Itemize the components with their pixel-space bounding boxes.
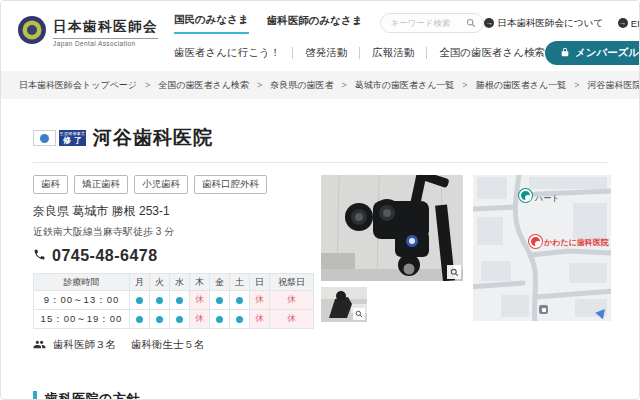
schedule-header-cell-3: 水 bbox=[170, 274, 190, 291]
header-tab-0[interactable]: 国民のみなさま bbox=[174, 13, 249, 34]
clinic-detail-columns: 歯科矯正歯科小児歯科歯科口腔外科 奈良県 葛城市 勝根 253-1 近鉄南大阪線… bbox=[33, 175, 607, 352]
logo-title: 日本歯科医師会 bbox=[53, 18, 158, 36]
schedule-time-1: 15：00～19：00 bbox=[34, 310, 130, 329]
schedule-row-0: 9：00～13：00休休休 bbox=[34, 291, 314, 310]
photo-zoom-icon[interactable] bbox=[447, 265, 461, 279]
header-top-row: 国民のみなさま歯科医師のみなさま →日本歯科医師会について→ENGLISH bbox=[174, 10, 623, 36]
clinic-photo-thumbnail[interactable] bbox=[321, 287, 367, 322]
schedule-cell-closed: 休 bbox=[270, 310, 314, 329]
emblem-circle-icon bbox=[40, 134, 49, 143]
open-dot-icon bbox=[216, 297, 223, 304]
header-tabs: 国民のみなさま歯科医師のみなさま bbox=[174, 13, 380, 34]
clinic-name: 河谷歯科医院 bbox=[93, 125, 213, 151]
location-map[interactable]: ハート かわたに歯科医院 bbox=[473, 175, 611, 321]
breadcrumb-separator: > bbox=[462, 80, 467, 90]
schedule-cell-open bbox=[230, 291, 250, 310]
header-right: 国民のみなさま歯科医師のみなさま →日本歯科医師会について→ENGLISH 歯医… bbox=[174, 10, 623, 65]
site-header: 日本歯科医師会 Japan Dental Association 国民のみなさま… bbox=[1, 1, 639, 71]
map-destination-label[interactable]: かわたに歯科医院 bbox=[544, 237, 609, 248]
schedule-cell-closed: 休 bbox=[250, 291, 270, 310]
site-logo[interactable]: 日本歯科医師会 Japan Dental Association bbox=[17, 15, 158, 49]
breadcrumb-item-3[interactable]: 葛城市の歯医者さん一覧 bbox=[355, 79, 455, 92]
breadcrumb-item-2[interactable]: 奈良県の歯医者 bbox=[270, 79, 333, 92]
open-dot-icon bbox=[156, 297, 163, 304]
department-tags: 歯科矯正歯科小児歯科歯科口腔外科 bbox=[33, 175, 311, 194]
search-input[interactable] bbox=[388, 17, 466, 29]
training-certificate-badge: 生涯研修事業 修了 bbox=[59, 130, 86, 146]
nav-item-3[interactable]: 全国の歯医者さん検索 bbox=[439, 46, 545, 60]
schedule-cell-closed: 休 bbox=[190, 291, 210, 310]
keyword-search-box[interactable] bbox=[380, 13, 484, 33]
search-icon[interactable] bbox=[466, 14, 476, 32]
open-dot-icon bbox=[216, 316, 223, 323]
clinic-phone: 0745-48-6478 bbox=[33, 247, 311, 265]
open-dot-icon bbox=[236, 316, 243, 323]
schedule-row-1: 15：00～19：00休休休 bbox=[34, 310, 314, 329]
schedule-cell-closed: 休 bbox=[270, 291, 314, 310]
breadcrumb-item-0[interactable]: 日本歯科医師会トップページ bbox=[19, 79, 137, 92]
schedule-cell-open bbox=[210, 310, 230, 329]
clinic-photo-main[interactable] bbox=[321, 175, 463, 281]
schedule-header-row: 診療時間月火水木金土日祝祭日 bbox=[34, 274, 314, 291]
thumbnail-zoom-icon[interactable] bbox=[353, 308, 365, 320]
breadcrumb-item-5: 河谷歯科医院 bbox=[588, 79, 639, 92]
main-content: 生涯研修事業 修了 河谷歯科医院 歯科矯正歯科小児歯科歯科口腔外科 奈良県 葛城… bbox=[1, 125, 639, 352]
breadcrumb-separator: > bbox=[145, 80, 150, 90]
schedule-header-cell-5: 金 bbox=[210, 274, 230, 291]
members-room-label: メンバーズルーム bbox=[575, 46, 640, 60]
department-tag-2: 小児歯科 bbox=[134, 175, 188, 194]
map-place-label[interactable]: ハート bbox=[535, 193, 559, 204]
map-destination-marker-icon[interactable] bbox=[529, 235, 542, 248]
logo-text: 日本歯科医師会 Japan Dental Association bbox=[53, 18, 158, 47]
breadcrumb-item-1[interactable]: 全国の歯医者さん検索 bbox=[158, 79, 249, 92]
staff-info: 歯科医師３名歯科衛生士５名 bbox=[33, 338, 311, 352]
staff-count-1: 歯科衛生士５名 bbox=[131, 338, 205, 352]
schedule-time-0: 9：00～13：00 bbox=[34, 291, 130, 310]
clinic-access: 近鉄南大阪線当麻寺駅徒歩 3 分 bbox=[33, 225, 311, 239]
schedule-cell-open bbox=[210, 291, 230, 310]
breadcrumb: 日本歯科医師会トップページ>全国の歯医者さん検索>奈良県の歯医者>葛城市の歯医者… bbox=[1, 71, 639, 99]
title-divider bbox=[33, 162, 607, 163]
schedule-cell-open bbox=[150, 291, 170, 310]
clinic-photos-column bbox=[321, 175, 463, 352]
clinic-info-column: 歯科矯正歯科小児歯科歯科口腔外科 奈良県 葛城市 勝根 253-1 近鉄南大阪線… bbox=[33, 175, 311, 352]
nav-separator bbox=[359, 47, 360, 59]
phone-icon bbox=[33, 247, 46, 265]
department-tag-1: 矯正歯科 bbox=[74, 175, 128, 194]
section-accent-bar bbox=[33, 391, 37, 400]
schedule-cell-open bbox=[150, 310, 170, 329]
utility-link-0[interactable]: →日本歯科医師会について bbox=[484, 17, 602, 30]
utility-links: →日本歯科医師会について→ENGLISH bbox=[484, 17, 640, 30]
map-place-marker-icon[interactable] bbox=[519, 189, 532, 202]
open-dot-icon bbox=[156, 316, 163, 323]
circle-arrow-icon: → bbox=[484, 18, 494, 28]
schedule-header-cell-0: 診療時間 bbox=[34, 274, 130, 291]
nav-separator bbox=[426, 47, 427, 59]
breadcrumb-separator: > bbox=[341, 80, 346, 90]
schedule-body: 9：00～13：00休休休15：00～19：00休休休 bbox=[34, 291, 314, 329]
policy-section: 歯科医院の方針 bbox=[1, 390, 639, 400]
schedule-cell-open bbox=[130, 310, 150, 329]
schedule-cell-closed: 休 bbox=[250, 310, 270, 329]
header-nav-row: 歯医者さんに行こう！啓発活動広報活動全国の歯医者さん検索 メンバーズルーム bbox=[174, 41, 623, 65]
nav-item-2[interactable]: 広報活動 bbox=[372, 46, 414, 60]
breadcrumb-separator: > bbox=[257, 80, 262, 90]
nav-item-0[interactable]: 歯医者さんに行こう！ bbox=[174, 46, 280, 60]
schedule-header-cell-4: 木 bbox=[190, 274, 210, 291]
schedule-header-cell-2: 火 bbox=[150, 274, 170, 291]
lock-icon bbox=[560, 47, 570, 59]
schedule-cell-open bbox=[130, 291, 150, 310]
bus-stop-icon bbox=[539, 305, 548, 314]
schedule-header-cell-7: 日 bbox=[250, 274, 270, 291]
utility-link-1[interactable]: →ENGLISH bbox=[618, 18, 640, 29]
open-dot-icon bbox=[236, 297, 243, 304]
members-room-button[interactable]: メンバーズルーム bbox=[545, 41, 640, 65]
header-tab-1[interactable]: 歯科医師のみなさま bbox=[267, 14, 363, 33]
utility-link-label: ENGLISH bbox=[631, 18, 640, 29]
nav-item-1[interactable]: 啓発活動 bbox=[305, 46, 347, 60]
people-icon bbox=[33, 339, 46, 352]
clinic-title-row: 生涯研修事業 修了 河谷歯科医院 bbox=[33, 125, 607, 151]
breadcrumb-item-4[interactable]: 勝根の歯医者さん一覧 bbox=[476, 79, 567, 92]
open-dot-icon bbox=[136, 297, 143, 304]
schedule-header-cell-1: 月 bbox=[130, 274, 150, 291]
